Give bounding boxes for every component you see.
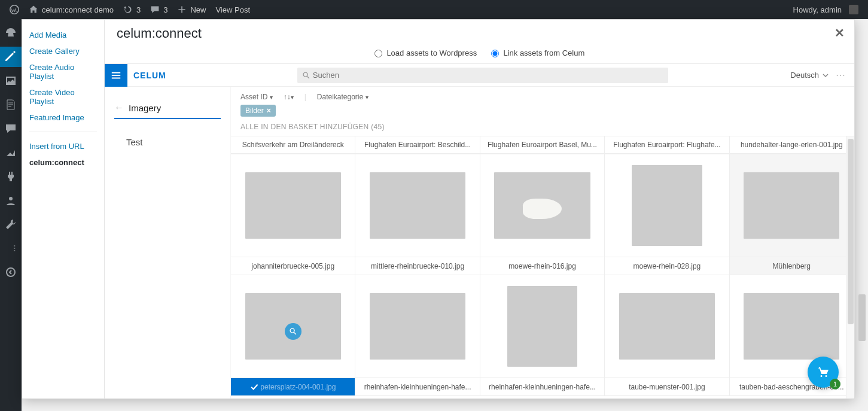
comments[interactable]: 3	[145, 5, 172, 14]
new-label: New	[190, 5, 206, 14]
view-post-label: View Post	[215, 5, 250, 14]
howdy[interactable]: Howdy, admin	[788, 5, 863, 14]
new-content[interactable]: New	[172, 5, 211, 14]
updates-count: 3	[136, 5, 141, 14]
plus-icon	[177, 5, 187, 14]
avatar	[849, 5, 858, 14]
howdy-text: Howdy, admin	[793, 5, 842, 14]
wp-admin-bar: celum:connect demo 3 3 New View Post How…	[0, 0, 868, 19]
site-name[interactable]: celum:connect demo	[24, 5, 118, 14]
home-icon	[29, 5, 38, 14]
wp-logo[interactable]	[5, 5, 24, 14]
site-name-text: celum:connect demo	[42, 5, 114, 14]
comments-count: 3	[163, 5, 167, 14]
comment-icon	[150, 5, 160, 14]
update-icon	[123, 5, 133, 14]
view-post[interactable]: View Post	[211, 5, 255, 14]
updates[interactable]: 3	[118, 5, 145, 14]
